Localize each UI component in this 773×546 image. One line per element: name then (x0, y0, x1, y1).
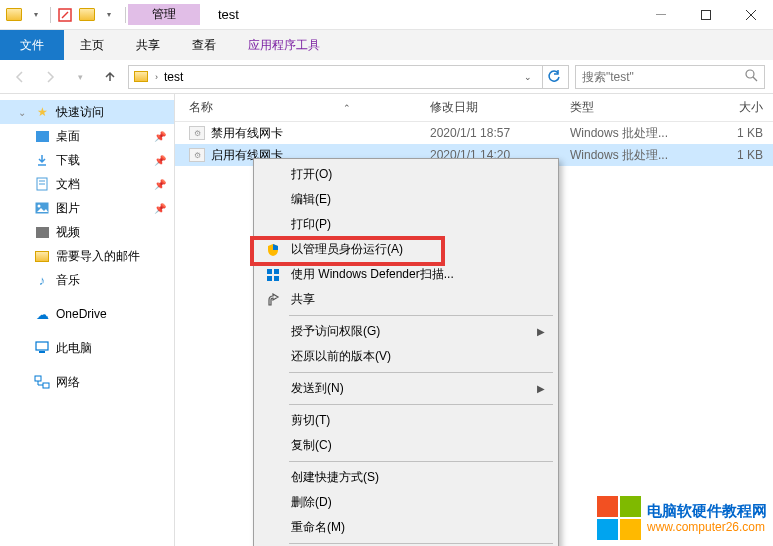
menu-item-label: 编辑(E) (291, 191, 331, 208)
menu-item[interactable]: 删除(D) (257, 490, 555, 515)
menu-separator (289, 315, 553, 316)
sidebar-item-label: 网络 (56, 374, 80, 391)
network-icon (34, 374, 50, 390)
ribbon-tabs: 文件 主页 共享 查看 应用程序工具 (0, 30, 773, 60)
search-icon[interactable] (745, 69, 758, 85)
sidebar-item-label: 桌面 (56, 128, 80, 145)
sidebar-item-music[interactable]: ♪音乐 (0, 268, 174, 292)
menu-item[interactable]: 还原以前的版本(V) (257, 344, 555, 369)
sidebar-item-folder[interactable]: 需要导入的邮件 (0, 244, 174, 268)
history-dropdown-icon[interactable]: ▾ (68, 65, 92, 89)
menu-item[interactable]: 发送到(N)▶ (257, 376, 555, 401)
menu-item[interactable]: 打印(P) (257, 212, 555, 237)
pin-icon: 📌 (154, 179, 166, 190)
menu-item-label: 打开(O) (291, 166, 332, 183)
ribbon-tab-share[interactable]: 共享 (120, 30, 176, 60)
sort-indicator-icon: ⌃ (343, 103, 351, 113)
sidebar-item-label: OneDrive (56, 307, 107, 321)
pin-icon: 📌 (154, 155, 166, 166)
watermark: 电脑软硬件教程网 www.computer26.com (597, 496, 767, 540)
up-button[interactable] (98, 65, 122, 89)
close-button[interactable] (728, 1, 773, 29)
share-icon (264, 291, 282, 309)
menu-item[interactable]: 重命名(M) (257, 515, 555, 540)
forward-button[interactable] (38, 65, 62, 89)
file-size: 1 KB (690, 126, 773, 140)
menu-item-label: 以管理员身份运行(A) (291, 241, 403, 258)
context-tab[interactable]: 管理 (128, 4, 200, 25)
menu-item-label: 还原以前的版本(V) (291, 348, 391, 365)
pin-icon: 📌 (154, 131, 166, 142)
sidebar-item-document[interactable]: 文档📌 (0, 172, 174, 196)
table-row[interactable]: ⚙禁用有线网卡2020/1/1 18:57Windows 批处理...1 KB (175, 122, 773, 144)
file-date: 2020/1/1 18:57 (430, 126, 570, 140)
menu-item-label: 共享 (291, 291, 315, 308)
sidebar-item-label: 此电脑 (56, 340, 92, 357)
window-title: test (200, 5, 257, 24)
menu-item[interactable]: 以管理员身份运行(A) (257, 237, 555, 262)
qat-dropdown-icon[interactable]: ▾ (26, 5, 46, 25)
ribbon-tab-apptools[interactable]: 应用程序工具 (232, 30, 336, 60)
menu-separator (289, 404, 553, 405)
new-folder-icon[interactable] (77, 5, 97, 25)
menu-item[interactable]: 剪切(T) (257, 408, 555, 433)
submenu-arrow-icon: ▶ (537, 383, 545, 394)
video-icon (34, 224, 50, 240)
sidebar-item-label: 快速访问 (56, 104, 104, 121)
menu-item[interactable]: 使用 Windows Defender扫描... (257, 262, 555, 287)
svg-rect-16 (43, 383, 49, 388)
sidebar-item-pc[interactable]: 此电脑 (0, 336, 174, 360)
quick-access-toolbar: ▾ ▾ (0, 5, 123, 25)
menu-separator (289, 461, 553, 462)
svg-rect-18 (274, 269, 279, 274)
menu-separator (289, 543, 553, 544)
window-controls (638, 1, 773, 29)
address-input[interactable]: › test ⌄ (128, 65, 569, 89)
folder-icon[interactable] (4, 5, 24, 25)
menu-item-label: 复制(C) (291, 437, 332, 454)
sidebar-item-picture[interactable]: 图片📌 (0, 196, 174, 220)
back-button[interactable] (8, 65, 32, 89)
menu-item[interactable]: 创建快捷方式(S) (257, 465, 555, 490)
sidebar-item-cloud[interactable]: ☁OneDrive (0, 302, 174, 326)
desktop-icon (34, 128, 50, 144)
sidebar-item-network[interactable]: 网络 (0, 370, 174, 394)
column-size[interactable]: 大小 (690, 99, 773, 116)
column-date[interactable]: 修改日期 (430, 99, 570, 116)
sidebar-item-label: 视频 (56, 224, 80, 241)
qat-more-icon[interactable]: ▾ (99, 5, 119, 25)
menu-item-label: 重命名(M) (291, 519, 345, 536)
file-tab[interactable]: 文件 (0, 30, 64, 60)
column-name[interactable]: 名称⌃ (175, 99, 430, 116)
menu-item[interactable]: 授予访问权限(G)▶ (257, 319, 555, 344)
search-box[interactable] (575, 65, 765, 89)
column-type[interactable]: 类型 (570, 99, 690, 116)
menu-item[interactable]: 编辑(E) (257, 187, 555, 212)
properties-icon[interactable] (55, 5, 75, 25)
sidebar-item-download[interactable]: 下载📌 (0, 148, 174, 172)
menu-item-label: 发送到(N) (291, 380, 344, 397)
menu-item[interactable]: 共享 (257, 287, 555, 312)
download-icon (34, 152, 50, 168)
maximize-button[interactable] (683, 1, 728, 29)
file-name: 禁用有线网卡 (211, 125, 283, 142)
minimize-button[interactable] (638, 1, 683, 29)
cloud-icon: ☁ (34, 306, 50, 322)
picture-icon (34, 200, 50, 216)
breadcrumb-segment[interactable]: test (164, 70, 183, 84)
ribbon-tab-view[interactable]: 查看 (176, 30, 232, 60)
ribbon-tab-home[interactable]: 主页 (64, 30, 120, 60)
windows-logo-icon (597, 496, 641, 540)
folder-icon (34, 248, 50, 264)
separator (125, 7, 126, 23)
sidebar-item-desktop[interactable]: 桌面📌 (0, 124, 174, 148)
search-input[interactable] (582, 70, 745, 84)
refresh-button[interactable] (542, 66, 564, 88)
address-dropdown-icon[interactable]: ⌄ (520, 72, 536, 82)
menu-item[interactable]: 复制(C) (257, 433, 555, 458)
menu-item[interactable]: 打开(O) (257, 162, 555, 187)
chevron-icon[interactable]: › (155, 72, 158, 82)
sidebar-item-video[interactable]: 视频 (0, 220, 174, 244)
navigation-pane: ⌄★快速访问桌面📌下载📌文档📌图片📌视频需要导入的邮件♪音乐☁OneDrive此… (0, 94, 175, 546)
sidebar-item-star[interactable]: ⌄★快速访问 (0, 100, 174, 124)
